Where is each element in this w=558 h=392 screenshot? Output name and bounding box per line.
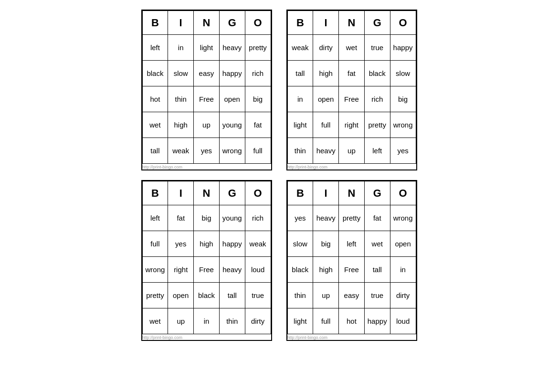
cell-4-0: thin [287, 138, 313, 164]
cell-2-3: open [219, 86, 245, 112]
table-row: leftfatbigyoungrich [142, 205, 271, 231]
bingo-card-card2: BINGOweakdirtywettruehappytallhighfatbla… [286, 10, 417, 170]
cell-0-4: rich [245, 205, 271, 231]
cell-4-2: in [194, 308, 220, 334]
bingo-header-g: G [219, 181, 245, 205]
cell-4-0: tall [142, 138, 168, 164]
cell-4-3: happy [364, 308, 390, 334]
bingo-header-b: B [287, 11, 313, 35]
cell-2-1: open [313, 86, 339, 112]
cell-1-0: tall [287, 61, 313, 86]
table-row: leftinlightheavypretty [142, 35, 271, 61]
cell-1-2: easy [194, 61, 220, 86]
table-row: thinheavyupleftyes [287, 138, 416, 164]
cell-1-3: black [364, 61, 390, 86]
cell-1-0: full [142, 231, 168, 257]
bingo-card-card3: BINGOleftfatbigyoungrichfullyeshighhappy… [141, 180, 272, 341]
cell-3-1: open [168, 283, 194, 308]
cell-3-3: true [364, 283, 390, 308]
table-row: blackhighFreetallin [287, 257, 416, 283]
bingo-header-n: N [194, 181, 220, 205]
bingo-header-o: O [245, 181, 271, 205]
bingo-header-i: I [168, 11, 194, 35]
table-row: lightfullrightprettywrong [287, 112, 416, 138]
cell-4-1: heavy [313, 138, 339, 164]
table-row: fullyeshighhappyweak [142, 231, 271, 257]
cell-1-1: yes [168, 231, 194, 257]
cell-2-2: Free [194, 257, 220, 283]
table-row: prettyopenblacktalltrue [142, 283, 271, 308]
cell-3-4: true [245, 283, 271, 308]
cell-3-4: fat [245, 112, 271, 138]
cell-4-1: up [168, 308, 194, 334]
cell-0-0: left [142, 35, 168, 61]
cell-1-4: weak [245, 231, 271, 257]
cell-3-1: up [313, 283, 339, 308]
cell-1-1: high [313, 61, 339, 86]
table-row: blacksloweasyhappyrich [142, 61, 271, 86]
cell-4-1: weak [168, 138, 194, 164]
cell-4-3: thin [219, 308, 245, 334]
cell-0-4: pretty [245, 35, 271, 61]
bingo-header-g: G [364, 181, 390, 205]
bingo-card-card1: BINGOleftinlightheavyprettyblacksloweasy… [141, 10, 272, 170]
cell-0-0: yes [287, 205, 313, 231]
cell-1-2: left [339, 231, 365, 257]
table-row: thinupeasytruedirty [287, 283, 416, 308]
cell-3-3: young [219, 112, 245, 138]
cell-2-3: rich [364, 86, 390, 112]
cell-1-3: happy [219, 61, 245, 86]
cell-3-2: up [194, 112, 220, 138]
cell-2-0: in [287, 86, 313, 112]
cell-1-4: slow [390, 61, 416, 86]
cell-0-2: pretty [339, 205, 365, 231]
bingo-header-b: B [287, 181, 313, 205]
cell-4-4: full [245, 138, 271, 164]
cell-4-0: wet [142, 308, 168, 334]
cell-3-2: black [194, 283, 220, 308]
cell-2-0: black [287, 257, 313, 283]
cell-2-4: loud [245, 257, 271, 283]
cell-0-1: fat [168, 205, 194, 231]
cell-3-2: right [339, 112, 365, 138]
cell-3-0: wet [142, 112, 168, 138]
cell-0-3: true [364, 35, 390, 61]
cell-2-4: big [390, 86, 416, 112]
cell-0-1: heavy [313, 205, 339, 231]
cell-1-3: wet [364, 231, 390, 257]
cell-2-2: Free [339, 86, 365, 112]
top-row: BINGOleftinlightheavyprettyblacksloweasy… [141, 10, 417, 170]
cell-0-3: heavy [219, 35, 245, 61]
table-row: lightfullhothappyloud [287, 308, 416, 334]
bingo-header-o: O [245, 11, 271, 35]
cell-2-1: high [313, 257, 339, 283]
cell-2-2: Free [194, 86, 220, 112]
cell-1-4: rich [245, 61, 271, 86]
bingo-header-g: G [364, 11, 390, 35]
cell-3-4: wrong [390, 112, 416, 138]
bingo-header-n: N [339, 11, 365, 35]
table-row: slowbigleftwetopen [287, 231, 416, 257]
cell-0-4: happy [390, 35, 416, 61]
cell-0-2: light [194, 35, 220, 61]
cell-4-2: yes [194, 138, 220, 164]
cell-0-0: weak [287, 35, 313, 61]
cell-1-0: slow [287, 231, 313, 257]
cell-4-2: hot [339, 308, 365, 334]
cell-2-0: wrong [142, 257, 168, 283]
watermark-url: http://print-bingo.com [142, 165, 271, 170]
bingo-card-card4: BINGOyesheavyprettyfatwrongslowbigleftwe… [286, 180, 417, 341]
cell-0-2: wet [339, 35, 365, 61]
cell-3-4: dirty [390, 283, 416, 308]
cell-3-1: high [168, 112, 194, 138]
cell-3-0: thin [287, 283, 313, 308]
cell-0-1: dirty [313, 35, 339, 61]
cell-2-4: in [390, 257, 416, 283]
cell-4-3: wrong [219, 138, 245, 164]
cell-4-4: dirty [245, 308, 271, 334]
cell-0-0: left [142, 205, 168, 231]
cell-1-3: happy [219, 231, 245, 257]
cell-1-2: fat [339, 61, 365, 86]
watermark-url: http://print-bingo.com [142, 335, 271, 340]
cell-2-2: Free [339, 257, 365, 283]
